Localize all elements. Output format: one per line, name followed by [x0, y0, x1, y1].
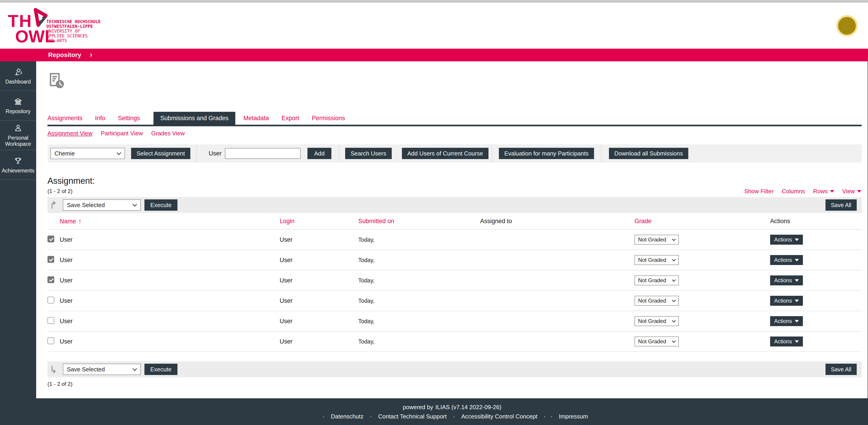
row-checkbox[interactable] — [48, 256, 54, 263]
trophy-icon — [13, 156, 23, 166]
sidebar-item-label: Dashboard — [5, 79, 31, 85]
save-all-button-top[interactable]: Save All — [826, 199, 857, 211]
caret-down-icon — [795, 259, 799, 261]
bulk-action-select-bottom[interactable]: Save Selected — [63, 364, 141, 375]
grade-select[interactable]: Not Graded — [634, 235, 679, 245]
result-range-top: (1 - 2 of 2) — [48, 188, 862, 194]
table-settings-links: Show Filter Columns Rows View — [744, 188, 861, 195]
column-header-login[interactable]: Login — [280, 218, 358, 225]
save-all-button-bottom[interactable]: Save All — [826, 364, 857, 375]
grade-select[interactable]: Not Graded — [634, 337, 679, 346]
row-checkbox[interactable] — [48, 317, 54, 324]
row-submitted-on: Today, — [358, 257, 480, 263]
search-users-button[interactable]: Search Users — [345, 148, 392, 159]
table-row: User User Today, Not Graded Actions — [48, 332, 862, 352]
table-header-row: Name↑ Login Submitted on Assigned to Gra… — [48, 213, 862, 230]
select-assignment-button[interactable]: Select Assignment — [131, 148, 190, 159]
row-actions-button[interactable]: Actions — [770, 316, 803, 326]
evaluation-for-many-participants-button[interactable]: Evaluation for many Participants — [499, 148, 594, 159]
execute-button-bottom[interactable]: Execute — [145, 364, 178, 375]
assignment-heading: Assignment: — [48, 176, 862, 186]
toolbar-separator — [196, 144, 197, 163]
sidebar-item-personal-workspace[interactable]: Personal Workspace — [0, 121, 36, 150]
user-avatar[interactable] — [836, 15, 858, 36]
bulk-actions-bar-top: Save Selected Execute Save All — [48, 197, 862, 213]
row-login: User — [280, 298, 358, 304]
sidebar-item-achievements[interactable]: Achievements — [0, 150, 36, 180]
ilias-version-link[interactable]: ILIAS (v7.14 2022-09-26) — [435, 404, 501, 411]
table-row: User User Today, Not Graded Actions — [48, 230, 862, 250]
footer-link[interactable]: Contact Technical Support — [364, 413, 447, 420]
site-footer: powered by ILIAS (v7.14 2022-09-26) Date… — [0, 398, 868, 425]
column-header-name[interactable]: Name↑ — [60, 217, 280, 225]
row-checkbox[interactable] — [48, 235, 54, 243]
subtab[interactable]: Grades View — [151, 130, 185, 137]
caret-down-icon — [795, 340, 799, 343]
user-input[interactable] — [225, 148, 301, 159]
footer-link[interactable]: Datenschutz — [316, 413, 364, 420]
rows-dropdown[interactable]: Rows — [813, 188, 834, 195]
row-checkbox[interactable] — [48, 337, 54, 344]
powered-by-line: powered by ILIAS (v7.14 2022-09-26) — [403, 404, 501, 411]
grade-select[interactable]: Not Graded — [634, 296, 679, 306]
caret-down-icon — [830, 190, 834, 193]
tab[interactable]: Export — [281, 112, 299, 125]
columns-link[interactable]: Columns — [782, 188, 805, 195]
column-header-submitted-on[interactable]: Submitted on — [358, 218, 480, 225]
subtab[interactable]: Participant View — [101, 130, 143, 137]
table-rows: User User Today, Not Graded Actions — [48, 230, 862, 352]
toolbar-separator — [339, 144, 340, 163]
grade-select[interactable]: Not Graded — [634, 276, 679, 285]
row-actions-button[interactable]: Actions — [770, 276, 803, 285]
tab[interactable]: Assignments — [48, 112, 83, 125]
caret-down-icon — [795, 300, 799, 302]
table-row: User User Today, Not Graded Actions — [48, 311, 862, 332]
row-submitted-on: Today, — [358, 318, 480, 324]
add-users-of-current-course-button[interactable]: Add Users of Current Course — [402, 148, 489, 159]
row-submitted-on: Today, — [358, 277, 480, 284]
row-login: User — [280, 338, 358, 345]
execute-button-top[interactable]: Execute — [145, 199, 178, 211]
site-header: TH OWL TECHNISCHE HOCHSCHULE OSTWESTFALE… — [0, 2, 868, 49]
caret-down-icon — [857, 190, 861, 193]
row-actions-button[interactable]: Actions — [770, 296, 803, 306]
caret-down-icon — [795, 279, 799, 282]
column-header-grade[interactable]: Grade — [634, 218, 770, 225]
footer-link[interactable]: Accessibility Control Concept — [447, 413, 537, 420]
grade-select[interactable]: Not Graded — [634, 255, 679, 265]
row-actions-button[interactable]: Actions — [770, 255, 803, 265]
tab[interactable]: Settings — [118, 112, 140, 125]
footer-link[interactable]: Impressum — [537, 413, 588, 420]
row-actions-button[interactable]: Actions — [770, 235, 803, 245]
sidebar-item-repository[interactable]: Repository — [0, 91, 36, 121]
subtab[interactable]: Assignment View — [48, 130, 92, 137]
bulk-action-select-top[interactable]: Save Selected — [63, 199, 141, 211]
logo-tagline: TECHNISCHE HOCHSCHULE OSTWESTFALEN-LIPPE… — [46, 19, 101, 43]
row-name: User — [60, 338, 280, 345]
view-dropdown[interactable]: View — [842, 188, 861, 195]
tab[interactable]: Permissions — [312, 112, 345, 125]
tab[interactable]: Metadata — [243, 112, 269, 125]
column-header-assigned-to: Assigned to — [480, 218, 634, 225]
window-top-strip — [0, 0, 868, 2]
sidebar-item-dashboard[interactable]: Dashboard — [0, 61, 36, 91]
tab[interactable]: Info — [95, 112, 105, 125]
tab[interactable]: Submissions and Grades — [153, 112, 235, 125]
row-name: User — [60, 277, 280, 284]
show-filter-link[interactable]: Show Filter — [744, 188, 774, 195]
row-checkbox[interactable] — [48, 297, 54, 304]
row-name: User — [60, 257, 280, 264]
breadcrumb-repository-link[interactable]: Repository — [48, 51, 81, 59]
grade-select[interactable]: Not Graded — [634, 316, 679, 326]
download-all-submissions-button[interactable]: Download all Submissions — [609, 148, 688, 159]
sidebar-item-label: Achievements — [2, 168, 34, 174]
add-user-button[interactable]: Add — [307, 148, 331, 159]
row-submitted-on: Today, — [358, 338, 480, 345]
assignment-select[interactable]: Chemie — [51, 148, 125, 159]
row-name: User — [60, 236, 280, 243]
row-actions-button[interactable]: Actions — [770, 337, 803, 346]
row-submitted-on: Today, — [358, 298, 480, 304]
row-login: User — [280, 236, 358, 243]
sidebar-item-label: Personal Workspace — [0, 135, 36, 147]
row-checkbox[interactable] — [48, 276, 54, 283]
